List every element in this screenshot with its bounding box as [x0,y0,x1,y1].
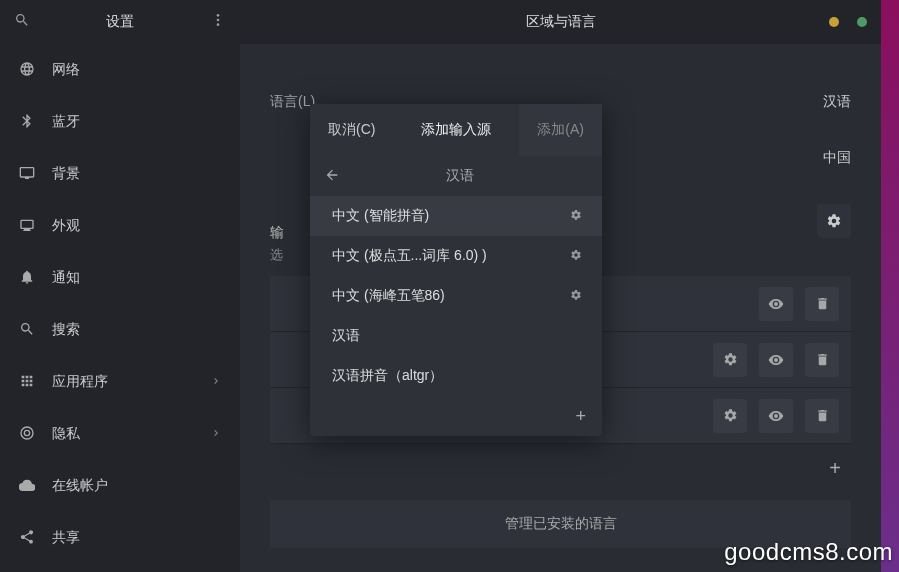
chevron-right-icon [210,374,222,390]
sidebar-item-bell[interactable]: 通知 [0,252,240,304]
gear-icon [570,209,582,224]
sidebar-title: 设置 [42,13,198,31]
share-icon [18,529,36,548]
sidebar-item-globe[interactable]: 网络 [0,44,240,96]
sidebar-item-label: 通知 [52,269,80,287]
window-controls [829,17,867,27]
input-settings-button[interactable] [817,204,851,238]
sidebar-item-label: 外观 [52,217,80,235]
sidebar-item-label: 背景 [52,165,80,183]
minimize-icon[interactable] [829,17,839,27]
sidebar-item-display[interactable]: 外观 [0,200,240,252]
target-icon [18,425,36,444]
dialog-item-label: 中文 (智能拼音) [332,207,429,225]
row-gear-button[interactable] [713,343,747,377]
sidebar-item-monitor[interactable]: 背景 [0,148,240,200]
cloud-icon [18,477,36,496]
watermark: goodcms8.com [724,538,893,566]
row-trash-button[interactable] [805,287,839,321]
add-input-source-dialog: 取消(C) 添加输入源 添加(A) 汉语 中文 (智能拼音)中文 (极点五...… [310,104,602,436]
dialog-item-label: 中文 (海峰五笔86) [332,287,445,305]
monitor-icon [18,165,36,184]
row-gear-button[interactable] [713,399,747,433]
dialog-list: 中文 (智能拼音)中文 (极点五...词库 6.0) )中文 (海峰五笔86)汉… [310,196,602,396]
main-header: 区域与语言 [240,0,881,44]
search-icon[interactable] [14,12,30,32]
sidebar-item-target[interactable]: 隐私 [0,408,240,460]
sidebar-item-label: 蓝牙 [52,113,80,131]
sidebar-item-label: 应用程序 [52,373,108,391]
cancel-button[interactable]: 取消(C) [310,104,393,156]
menu-icon[interactable] [210,12,226,32]
search-icon [18,321,36,340]
apps-icon [18,373,36,392]
display-icon [18,217,36,236]
row-trash-button[interactable] [805,343,839,377]
row-eye-button[interactable] [759,343,793,377]
dialog-list-item[interactable]: 汉语 [310,316,602,356]
sidebar-item-cloud[interactable]: 在线帐户 [0,460,240,512]
sidebar-item-bluetooth[interactable]: 蓝牙 [0,96,240,148]
back-icon[interactable] [324,167,340,186]
dialog-item-label: 汉语 [332,327,360,345]
svg-point-0 [217,14,220,17]
language-label: 语言(L) [270,93,315,111]
add-source-row: + [270,444,851,492]
dialog-item-label: 中文 (极点五...词库 6.0) ) [332,247,487,265]
dialog-list-item[interactable]: 中文 (海峰五笔86) [310,276,602,316]
globe-icon [18,61,36,80]
dialog-list-item[interactable]: 汉语拼音（altgr） [310,356,602,396]
dialog-list-item[interactable]: 中文 (智能拼音) [310,196,602,236]
gear-icon [570,249,582,264]
dialog-title: 添加输入源 [393,121,519,139]
svg-point-1 [217,19,220,22]
bluetooth-icon [18,113,36,132]
sidebar-item-label: 搜索 [52,321,80,339]
desktop-background [881,0,899,572]
dialog-list-item[interactable]: 中文 (极点五...词库 6.0) ) [310,236,602,276]
sidebar-header: 设置 [0,0,240,44]
maximize-icon[interactable] [857,17,867,27]
dialog-item-label: 汉语拼音（altgr） [332,367,443,385]
sidebar-item-apps[interactable]: 应用程序 [0,356,240,408]
dialog-add-icon[interactable]: + [575,406,586,427]
row-eye-button[interactable] [759,399,793,433]
sidebar-item-label: 共享 [52,529,80,547]
sidebar-item-label: 网络 [52,61,80,79]
page-title: 区域与语言 [526,13,596,31]
sidebar-item-search[interactable]: 搜索 [0,304,240,356]
dialog-subheader: 汉语 [352,167,588,185]
chevron-right-icon [210,426,222,442]
sidebar-item-label: 隐私 [52,425,80,443]
region-value: 中国 [823,149,851,167]
row-eye-button[interactable] [759,287,793,321]
add-icon[interactable]: + [829,457,841,480]
sidebar-item-share[interactable]: 共享 [0,512,240,564]
sidebar: 设置 网络蓝牙背景外观通知搜索应用程序隐私在线帐户共享 [0,0,240,572]
bell-icon [18,269,36,288]
sidebar-item-label: 在线帐户 [52,477,108,495]
row-trash-button[interactable] [805,399,839,433]
gear-icon [570,289,582,304]
language-value: 汉语 [823,93,851,111]
add-button[interactable]: 添加(A) [519,104,602,156]
svg-point-2 [217,23,220,26]
